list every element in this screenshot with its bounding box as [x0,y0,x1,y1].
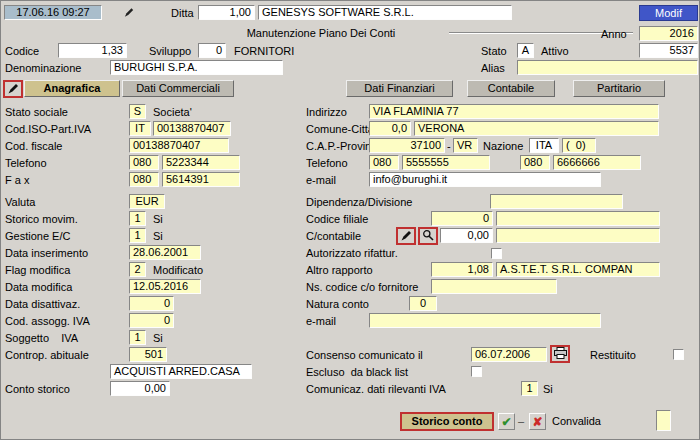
ditta-code-field[interactable]: 1,00 [198,5,255,20]
fax-label: F a x [5,174,29,187]
provincia-field[interactable]: VR [453,138,478,153]
consenso-field[interactable]: 06.07.2006 [471,347,547,362]
page-title: Manutenzione Piano Dei Conti [181,27,461,40]
telefono1-prefix-field[interactable]: 080 [369,155,399,170]
footer-separator: – [518,415,524,428]
modif-button[interactable]: Modif [639,5,698,21]
dipendenza-label: Dipendenza/Divisione [306,196,412,209]
dipendenza-field[interactable] [490,194,623,209]
fax-field[interactable]: 5614391 [162,172,240,187]
tab-dati-finanziari[interactable]: Dati Finanziari [346,80,453,97]
telefono2-prefix-field[interactable]: 080 [520,155,550,170]
check-icon: ✔ [501,415,511,429]
codice-filiale-desc-field[interactable] [496,211,660,226]
nazione-code-field[interactable]: ( 0) [562,138,596,153]
nazione-field[interactable]: ITA [529,138,559,153]
tab-anagrafica[interactable]: Anagrafica [24,80,120,97]
contabile-search-button[interactable] [418,227,438,245]
natura-conto-field[interactable]: 0 [409,296,437,311]
tab-dati-commerciali[interactable]: Dati Commerciali [122,80,234,97]
indirizzo-label: Indirizzo [306,106,347,119]
cod-iso-prefix-field[interactable]: IT [129,121,151,136]
valuta-field[interactable]: EUR [129,194,165,209]
email2-field[interactable] [369,313,601,328]
consenso-label: Consenso comunicato il [306,349,423,362]
gestione-ec-label: Gestione E/C [5,230,70,243]
blacklist-checkbox[interactable] [471,366,482,377]
telefono-prefix-field[interactable]: 080 [129,155,159,170]
cap-field[interactable]: 37100 [369,138,445,153]
edit-marker-icon [124,7,134,21]
contabile-field[interactable]: 0,00 [440,228,493,243]
altro-rapporto-field[interactable]: 1,08 [431,262,493,277]
stato-field[interactable]: A [517,43,534,58]
conto-storico-field: 0,00 [110,381,170,396]
tab-partitario[interactable]: Partitario [573,80,665,97]
cod-fiscale-field[interactable]: 00138870407 [129,138,229,153]
convalida-field[interactable] [656,410,671,431]
altro-rapporto-desc-field[interactable]: A.S.T.E.T. S.R.L. COMPAN [496,262,660,277]
ns-codice-field[interactable] [431,279,557,294]
printer-icon [554,347,567,361]
convalida-label: Convalida [552,415,601,428]
storico-movim-field[interactable]: 1 [129,211,146,226]
app-window: 17.06.16 09:27 Ditta 1,00 GENESYS SOFTWA… [0,0,700,440]
email-field[interactable]: info@burughi.it [369,172,601,187]
flag-modifica-field[interactable]: 2 [129,262,146,277]
comunicaz-field[interactable]: 1 [521,381,538,396]
sviluppo-desc: FORNITORI [234,45,294,58]
pen-icon [401,230,412,243]
confirm-button[interactable]: ✔ [498,413,515,430]
pen-icon [8,83,19,96]
codice-filiale-field[interactable]: 0 [431,211,493,226]
stato-label: Stato [481,45,507,58]
email2-label: e-mail [306,315,336,328]
fax-prefix-field[interactable]: 080 [129,172,159,187]
conto-storico-label: Conto storico [5,383,70,396]
alias-field[interactable] [517,60,698,75]
controp-desc-field: ACQUISTI ARRED.CASA [110,364,252,379]
cod-iso-field[interactable]: 00138870407 [153,121,231,136]
tab-contabile[interactable]: Contabile [467,80,555,97]
anno-field[interactable]: 2016 [639,26,698,41]
codice-field[interactable]: 1,33 [58,43,127,58]
telefono-field[interactable]: 5223344 [162,155,240,170]
record-number-field: 5537 [639,43,698,58]
autorizzato-checkbox[interactable] [491,248,502,259]
alias-label: Alias [481,62,505,75]
contabile-edit-button[interactable] [396,227,416,245]
stato-sociale-field[interactable]: S [129,104,146,119]
denominazione-field[interactable]: BURUGHI S.P.A. [110,60,283,75]
cancel-button[interactable]: ✘ [529,413,546,430]
data-disattivaz-label: Data disattivaz. [5,298,80,311]
controp-field[interactable]: 501 [129,347,167,362]
blacklist-label: Escluso da black list [306,366,408,379]
telefono1-field[interactable]: 5555555 [402,155,490,170]
sviluppo-field[interactable]: 0 [198,43,226,58]
restituito-checkbox[interactable] [673,349,684,360]
gestione-ec-field[interactable]: 1 [129,228,146,243]
comune-label: Comune-Città [306,123,374,136]
gestione-ec-desc: Si [153,230,163,243]
data-inserimento-field[interactable]: 28.06.2001 [129,245,201,260]
comunicaz-desc: Si [543,383,553,396]
autorizzato-label: Autorizzato rifattur. [306,247,398,260]
nazione-label: Nazione [483,140,523,153]
flag-modifica-desc: Modificato [153,264,203,277]
datetime-display: 17.06.16 09:27 [4,5,102,20]
cod-assogg-field[interactable]: 0 [129,313,174,328]
print-button[interactable] [550,345,570,363]
ditta-name-field[interactable]: GENESYS SOFTWARE S.R.L. [258,5,512,20]
indirizzo-field[interactable]: VIA FLAMINIA 77 [369,104,659,119]
cod-iso-label: Cod.ISO-Part.IVA [5,123,91,136]
data-disattivaz-field[interactable]: 0 [129,296,174,311]
telefono-label: Telefono [5,157,47,170]
comune-field[interactable]: VERONA [414,121,659,136]
soggetto-iva-field[interactable]: 1 [129,330,146,345]
contabile-desc-field[interactable] [496,228,660,243]
data-modifica-field[interactable]: 12.05.2016 [129,279,201,294]
comune-code-field[interactable]: 0,0 [369,121,411,136]
edit-button[interactable] [3,80,23,98]
storico-conto-button[interactable]: Storico conto [400,412,494,431]
telefono2-field[interactable]: 6666666 [553,155,641,170]
